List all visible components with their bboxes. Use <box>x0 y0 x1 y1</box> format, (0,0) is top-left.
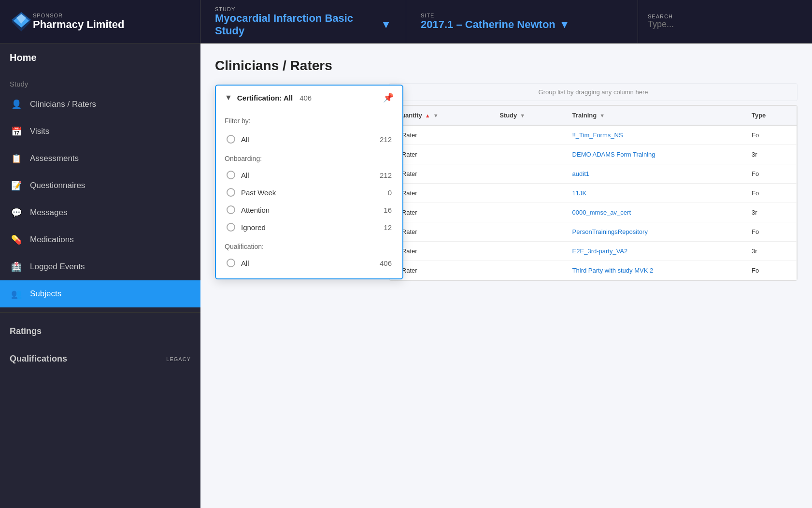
search-input[interactable] <box>648 19 760 29</box>
filter-panel: ▼ Certification: All 406 📌 Filter by: Al… <box>215 85 403 279</box>
cell-study-3 <box>493 184 565 203</box>
cell-type-6: 3r <box>745 242 797 261</box>
filter-option-past-week-label: Past Week <box>241 189 382 197</box>
col-header-training[interactable]: Training ▼ <box>566 106 745 126</box>
sidebar-item-qualifications[interactable]: Qualifications LEGACY <box>0 345 200 373</box>
filter-option-onboarding-all-label: All <box>241 171 374 179</box>
cell-training-2[interactable]: audit1 <box>566 164 745 184</box>
clinicians-raters-label: Clinicians / Raters <box>30 100 96 109</box>
filter-option-attention[interactable]: Attention 16 <box>225 201 394 218</box>
filter-option-qualification-all-count: 406 <box>380 259 392 267</box>
top-header: SPONSOR Pharmacy Limited STUDY Myocardia… <box>0 0 812 44</box>
cell-training-1[interactable]: DEMO ADAMS Form Training <box>566 145 745 164</box>
filter-pin-icon[interactable]: 📌 <box>383 92 394 103</box>
data-table: Quantity ▲ ▼ Study ▼ <box>389 105 797 280</box>
sort-asc-icon: ▲ <box>425 113 430 118</box>
sidebar-item-medications[interactable]: 💊 Medications <box>0 226 200 253</box>
legacy-badge: LEGACY <box>166 356 191 362</box>
cell-study-6 <box>493 242 565 261</box>
medications-icon: 💊 <box>10 233 23 247</box>
sidebar-item-clinicians-raters[interactable]: 👤 Clinicians / Raters <box>0 91 200 118</box>
search-section: SEARCH <box>638 0 812 43</box>
quantity-filter-icon[interactable]: ▼ <box>433 113 439 118</box>
table-row: e Rater audit1 Fo <box>390 164 797 184</box>
sidebar-item-assessments[interactable]: 📋 Assessments <box>0 145 200 172</box>
filter-radio-all-top[interactable] <box>227 135 235 144</box>
table-row: e Rater !!_Tim_Forms_NS Fo <box>390 125 797 145</box>
sponsor-logo-icon <box>10 10 33 33</box>
site-dropdown-icon[interactable]: ▼ <box>559 18 570 31</box>
filter-option-all-top[interactable]: All 212 <box>225 131 394 148</box>
sidebar-item-logged-events[interactable]: 🏥 Logged Events <box>0 253 200 280</box>
questionnaires-label: Questionnaires <box>30 181 85 190</box>
cell-quantity-4: e Rater <box>390 203 493 222</box>
col-header-study[interactable]: Study ▼ <box>493 106 565 126</box>
site-info: SITE 2017.1 – Catherine Newton ▼ <box>421 13 570 31</box>
filter-radio-onboarding-all[interactable] <box>227 171 235 179</box>
table-row: e Rater DEMO ADAMS Form Training 3r <box>390 145 797 164</box>
cell-training-3[interactable]: 11JK <box>566 184 745 203</box>
table-body: e Rater !!_Tim_Forms_NS Fo e Rater DEMO … <box>390 125 797 280</box>
table-row: e Rater E2E_3rd-party_VA2 3r <box>390 242 797 261</box>
cell-training-5[interactable]: PersonTrainingsRepository <box>566 222 745 242</box>
filter-body: Filter by: All 212 Onboarding: All 212 P… <box>216 110 402 278</box>
filter-radio-qualification-all[interactable] <box>227 259 235 267</box>
study-section[interactable]: STUDY Myocardial Infarction Basic Study … <box>200 0 406 43</box>
sidebar-item-home[interactable]: Home <box>0 44 200 72</box>
cell-quantity-2: e Rater <box>390 164 493 184</box>
filter-radio-attention[interactable] <box>227 205 235 214</box>
cell-quantity-7: e Rater <box>390 261 493 280</box>
site-name[interactable]: 2017.1 – Catherine Newton ▼ <box>421 18 570 31</box>
table-row: e Rater Third Party with study MVK 2 Fo <box>390 261 797 280</box>
cell-training-4[interactable]: 0000_mmse_av_cert <box>566 203 745 222</box>
sidebar-item-subjects[interactable]: 👥 Subjects <box>0 280 200 307</box>
filter-option-past-week[interactable]: Past Week 0 <box>225 184 394 201</box>
cell-training-0[interactable]: !!_Tim_Forms_NS <box>566 125 745 145</box>
table-header: Quantity ▲ ▼ Study ▼ <box>390 106 797 126</box>
study-filter-icon[interactable]: ▼ <box>520 113 525 118</box>
cell-type-1: 3r <box>745 145 797 164</box>
filter-radio-past-week[interactable] <box>227 188 235 197</box>
subjects-icon: 👥 <box>10 287 23 301</box>
filter-radio-ignored[interactable] <box>227 223 235 232</box>
cell-training-6[interactable]: E2E_3rd-party_VA2 <box>566 242 745 261</box>
content-area: Clinicians / Raters ▼ Certification: All… <box>200 44 812 508</box>
questionnaires-icon: 📝 <box>10 179 23 192</box>
cell-study-7 <box>493 261 565 280</box>
filter-option-ignored-label: Ignored <box>241 223 378 232</box>
main-layout: Home Study 👤 Clinicians / Raters 📅 Visit… <box>0 44 812 508</box>
filter-option-all-top-count: 212 <box>380 135 392 144</box>
study-label: STUDY <box>215 6 391 12</box>
table-row: e Rater 0000_mmse_av_cert 3r <box>390 203 797 222</box>
site-label: SITE <box>421 13 570 18</box>
cell-study-0 <box>493 125 565 145</box>
table-container: Quantity ▲ ▼ Study ▼ <box>389 105 798 281</box>
filter-option-onboarding-all[interactable]: All 212 <box>225 166 394 184</box>
sidebar-item-ratings[interactable]: Ratings <box>0 318 200 345</box>
cell-type-4: 3r <box>745 203 797 222</box>
study-dropdown-icon[interactable]: ▼ <box>381 18 391 31</box>
sidebar: Home Study 👤 Clinicians / Raters 📅 Visit… <box>0 44 200 508</box>
col-header-quantity[interactable]: Quantity ▲ ▼ <box>390 106 493 126</box>
clinicians-raters-icon: 👤 <box>10 98 23 111</box>
cell-type-5: Fo <box>745 222 797 242</box>
col-header-type: Type <box>745 106 797 126</box>
table-row: e Rater PersonTrainingsRepository Fo <box>390 222 797 242</box>
site-section[interactable]: SITE 2017.1 – Catherine Newton ▼ <box>406 0 638 43</box>
study-name[interactable]: Myocardial Infarction Basic Study ▼ <box>215 12 391 37</box>
cell-study-5 <box>493 222 565 242</box>
sponsor-label: SPONSOR <box>33 13 125 18</box>
cell-training-7[interactable]: Third Party with study MVK 2 <box>566 261 745 280</box>
ratings-label: Ratings <box>10 326 42 336</box>
cell-study-4 <box>493 203 565 222</box>
sidebar-item-messages[interactable]: 💬 Messages <box>0 199 200 226</box>
sidebar-item-questionnaires[interactable]: 📝 Questionnaires <box>0 172 200 199</box>
cell-quantity-3: e Rater <box>390 184 493 203</box>
sidebar-item-visits[interactable]: 📅 Visits <box>0 118 200 145</box>
qualifications-label: Qualifications <box>10 354 67 364</box>
filter-option-ignored[interactable]: Ignored 12 <box>225 218 394 236</box>
training-filter-icon[interactable]: ▼ <box>599 113 605 118</box>
filter-onboarding-label: Onboarding: <box>225 155 394 162</box>
cell-type-0: Fo <box>745 125 797 145</box>
filter-option-qualification-all[interactable]: All 406 <box>225 254 394 272</box>
